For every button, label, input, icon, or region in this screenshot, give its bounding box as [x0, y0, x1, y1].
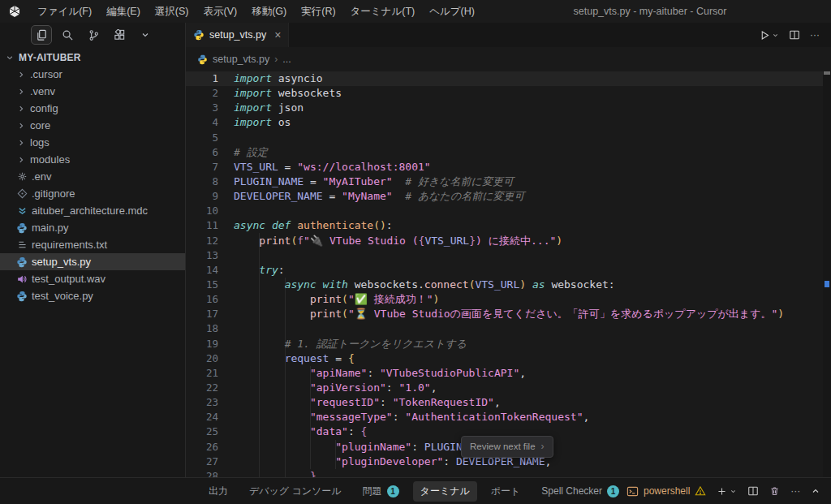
panel-tab-terminal[interactable]: ターミナル	[413, 481, 477, 502]
code-line-10[interactable]: 10	[186, 204, 831, 218]
overview-ruler[interactable]	[823, 71, 831, 477]
sidebar-toolbar	[0, 23, 185, 47]
file-setup_vts.py[interactable]: setup_vts.py	[0, 253, 185, 270]
tab-setup-vts-py[interactable]: setup_vts.py ×	[186, 23, 289, 47]
code-line-14[interactable]: 14 try:	[186, 263, 831, 278]
breadcrumb-file[interactable]: setup_vts.py	[213, 54, 269, 65]
cursor-logo-icon	[7, 5, 22, 18]
panel-tab-output[interactable]: 出力	[201, 481, 235, 502]
breadcrumb-more[interactable]: ...	[282, 54, 291, 65]
code-line-6[interactable]: 6# 設定	[186, 145, 831, 160]
line-number: 17	[186, 307, 218, 321]
file-main.py[interactable]: main.py	[0, 219, 185, 236]
code-line-2[interactable]: 2import websockets	[186, 86, 831, 101]
code-line-8[interactable]: 8PLUGIN_NAME = "MyAITuber" # 好きな名前に変更可	[186, 174, 831, 189]
maximize-panel-icon[interactable]	[811, 486, 820, 496]
chevron-right-icon: ›	[274, 54, 278, 65]
chevron-right-icon	[15, 71, 28, 79]
code-line-28[interactable]: 28 }	[186, 469, 831, 477]
file-requirements.txt[interactable]: requirements.txt	[0, 236, 185, 253]
menu-view[interactable]: 表示(V)	[196, 2, 244, 21]
new-terminal-icon[interactable]	[717, 486, 737, 497]
tab-label: setup_vts.py	[209, 29, 266, 41]
explorer-icon[interactable]	[31, 25, 52, 45]
extensions-icon[interactable]	[109, 25, 130, 45]
code-line-3[interactable]: 3import json	[186, 101, 831, 115]
code-area[interactable]: 1import asyncio2import websockets3import…	[186, 71, 831, 477]
window-title: setup_vts.py - my-aituber - Cursor	[482, 6, 831, 17]
line-content: DEVELOPER_NAME = "MyName" # あなたの名前に変更可	[234, 189, 525, 204]
folder-.venv[interactable]: .venv	[0, 83, 185, 100]
menu-edit[interactable]: 編集(E)	[99, 2, 148, 21]
code-line-11[interactable]: 11async def authenticate():	[186, 218, 831, 233]
code-line-23[interactable]: 23 "requestID": "TokenRequestID",	[186, 395, 831, 410]
review-next-file-tooltip[interactable]: Review next file ›	[461, 436, 553, 458]
code-line-1[interactable]: 1import asyncio	[186, 71, 831, 86]
file-aituber_architecture.mdc[interactable]: aituber_architecture.mdc	[0, 202, 185, 219]
code-line-15[interactable]: 15 async with websockets.connect(VTS_URL…	[186, 278, 831, 292]
folder-core[interactable]: core	[0, 117, 185, 134]
panel-tab-ports[interactable]: ポート	[484, 481, 528, 502]
source-control-icon[interactable]	[83, 25, 104, 45]
breadcrumb[interactable]: setup_vts.py › ...	[186, 47, 831, 71]
menu-file[interactable]: ファイル(F)	[30, 2, 99, 21]
code-line-5[interactable]: 5	[186, 131, 831, 145]
run-python-file-icon[interactable]	[760, 30, 779, 41]
menu-terminal[interactable]: ターミナル(T)	[343, 2, 423, 21]
line-content: import websockets	[234, 86, 342, 101]
panel-tab-spell-checker-badge: 1	[607, 485, 619, 498]
close-icon[interactable]: ×	[274, 28, 281, 41]
code-line-16[interactable]: 16 print("✅ 接続成功！")	[186, 292, 831, 307]
code-line-21[interactable]: 21 "apiName": "VTubeStudioPublicAPI",	[186, 366, 831, 381]
line-number: 5	[186, 131, 218, 145]
tree-root[interactable]: MY-AITUBER	[0, 49, 185, 66]
menu-help[interactable]: ヘルプ(H)	[422, 2, 482, 21]
file-test_output.wav[interactable]: test_output.wav	[0, 270, 185, 287]
file-.gitignore[interactable]: .gitignore	[0, 185, 185, 202]
line-content: async with websockets.connect(VTS_URL) a…	[234, 278, 615, 292]
kill-terminal-icon[interactable]	[769, 485, 780, 497]
code-line-19[interactable]: 19 # 1. 認証トークンをリクエストする	[186, 337, 831, 351]
panel-tab-spell-checker[interactable]: Spell Checker1	[534, 482, 626, 501]
line-number: 18	[186, 321, 218, 336]
folder-config[interactable]: config	[0, 100, 185, 117]
line-number: 9	[186, 189, 218, 204]
menu-selection[interactable]: 選択(S)	[148, 2, 196, 21]
python-icon	[15, 222, 29, 234]
code-line-22[interactable]: 22 "apiVersion": "1.0",	[186, 381, 831, 395]
folder-logs[interactable]: logs	[0, 134, 185, 151]
chevron-down-icon[interactable]	[135, 25, 156, 45]
line-content: print(f"🔌 VTube Studio ({VTS_URL}) に接続中.…	[234, 234, 562, 248]
line-content: request = {	[234, 351, 355, 366]
file-.env[interactable]: .env	[0, 168, 185, 185]
menu-go[interactable]: 移動(G)	[244, 2, 294, 21]
folder-.cursor[interactable]: .cursor	[0, 66, 185, 83]
search-icon[interactable]	[57, 25, 78, 45]
code-line-24[interactable]: 24 "messageType": "AuthenticationTokenRe…	[186, 410, 831, 424]
code-line-18[interactable]: 18	[186, 321, 831, 336]
chevron-right-icon: ›	[541, 439, 545, 454]
split-terminal-icon[interactable]	[747, 485, 759, 497]
code-line-4[interactable]: 4import os	[186, 115, 831, 130]
line-number: 16	[186, 292, 218, 307]
panel-tab-problems[interactable]: 問題1	[355, 481, 407, 502]
menubar: ファイル(F)編集(E)選択(S)表示(V)移動(G)実行(R)ターミナル(T)…	[30, 2, 482, 21]
code-line-12[interactable]: 12 print(f"🔌 VTube Studio ({VTS_URL}) に接…	[186, 234, 831, 248]
powershell-icon	[626, 485, 639, 498]
chevron-right-icon	[15, 156, 28, 164]
terminal-instance[interactable]: powershell	[626, 485, 706, 498]
code-line-13[interactable]: 13	[186, 248, 831, 263]
more-actions-icon[interactable]: ···	[810, 29, 820, 41]
split-editor-icon[interactable]	[789, 29, 800, 41]
code-line-7[interactable]: 7VTS_URL = "ws://localhost:8001"	[186, 160, 831, 174]
line-number: 25	[186, 424, 218, 439]
panel-more-icon[interactable]: ···	[790, 485, 800, 497]
code-line-20[interactable]: 20 request = {	[186, 351, 831, 366]
panel-tab-debug-console[interactable]: デバッグ コンソール	[242, 481, 349, 502]
code-line-9[interactable]: 9DEVELOPER_NAME = "MyName" # あなたの名前に変更可	[186, 189, 831, 204]
menu-run[interactable]: 実行(R)	[294, 2, 342, 21]
folder-modules[interactable]: modules	[0, 151, 185, 168]
line-number: 19	[186, 337, 218, 351]
code-line-17[interactable]: 17 print("⏳ VTube Studioの画面を見てください。「許可」を…	[186, 307, 831, 321]
file-test_voice.py[interactable]: test_voice.py	[0, 287, 185, 304]
